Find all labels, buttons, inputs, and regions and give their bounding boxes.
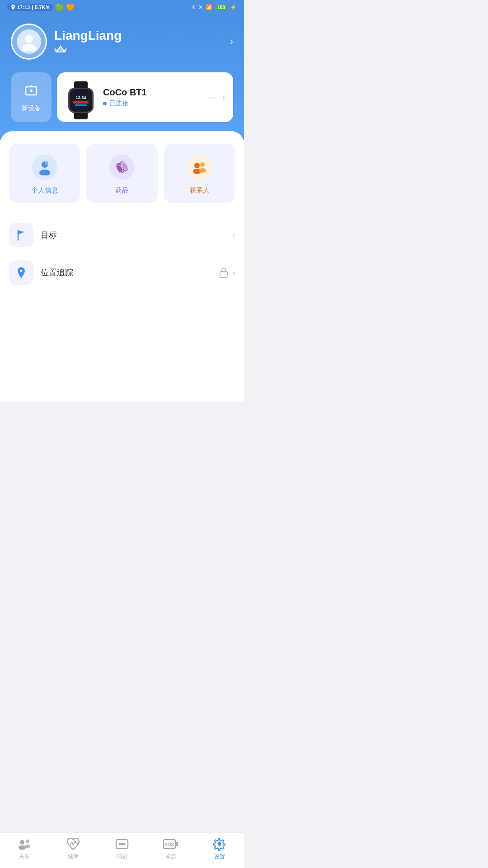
location-chevron: › <box>232 268 235 278</box>
x-icon: ✕ <box>198 4 203 10</box>
avatar[interactable] <box>11 24 47 60</box>
app-icon-1: 🟢 <box>55 3 64 12</box>
location-pin-icon <box>14 266 28 279</box>
person-icon <box>37 159 53 175</box>
menu-item-goal[interactable]: 目标 › <box>9 217 235 254</box>
goal-icon-wrap <box>9 223 33 247</box>
svg-point-19 <box>200 162 205 167</box>
location-label: 位置追踪 <box>41 267 211 278</box>
svg-point-0 <box>25 35 33 43</box>
svg-marker-4 <box>55 46 66 52</box>
contacts-label: 联系人 <box>189 186 210 195</box>
menu-item-location[interactable]: 位置追踪 › <box>9 254 235 291</box>
medicine-icon-wrap <box>109 155 135 180</box>
svg-point-10 <box>39 170 50 175</box>
device-connected-label: 已连接 <box>109 99 128 108</box>
new-device-button[interactable]: 新设备 <box>11 72 52 122</box>
crown-badge <box>54 45 223 55</box>
device-name: CoCo BT1 <box>103 87 202 98</box>
status-network-speed: 5.7K/s <box>35 5 49 10</box>
main-content: 个人信息 药品 <box>0 131 244 402</box>
add-icon <box>23 82 39 99</box>
new-device-label: 新设备 <box>22 104 41 113</box>
device-status: 已连接 <box>103 99 202 108</box>
header-section: LiangLiang › 新设备 <box>0 14 244 140</box>
svg-point-20 <box>199 168 206 173</box>
user-name: LiangLiang <box>54 28 223 43</box>
avatar-inner <box>17 29 41 54</box>
status-time: 17:13 <box>17 5 30 10</box>
contacts-icon <box>191 159 207 175</box>
user-info: LiangLiang <box>54 28 223 56</box>
status-pill: 17:13 | 5.7K/s <box>7 4 53 11</box>
svg-point-1 <box>22 44 36 51</box>
action-contacts[interactable]: 联系人 <box>164 144 235 203</box>
battery-indicator: 100 <box>215 5 227 10</box>
location-right: › <box>219 267 235 278</box>
device-row: 新设备 12:34 <box>11 72 233 122</box>
watch-image: 12:34 <box>65 81 97 113</box>
crown-icon <box>54 45 67 53</box>
device-info: CoCo BT1 已连接 <box>103 87 202 108</box>
device-card[interactable]: 12:34 CoCo BT1 已连接 — › <box>57 72 233 122</box>
device-chevron[interactable]: › <box>222 93 225 102</box>
status-right: ✳ ✕ 📶 100 ⚡ <box>191 4 237 10</box>
wifi-icon: 📶 <box>206 4 212 10</box>
medicine-icon <box>114 159 130 175</box>
menu-list: 目标 › 位置追踪 › <box>9 217 235 291</box>
personal-info-label: 个人信息 <box>31 186 58 195</box>
add-device-icon <box>23 82 39 102</box>
location-icon-wrap <box>9 260 33 285</box>
app-icon-2: 🧡 <box>66 3 75 12</box>
quick-actions: 个人信息 药品 <box>9 144 235 203</box>
goal-flag-icon <box>14 228 28 242</box>
goal-label: 目标 <box>41 230 225 241</box>
svg-rect-22 <box>220 272 227 278</box>
profile-chevron[interactable]: › <box>230 36 233 47</box>
lock-icon <box>219 267 229 278</box>
contacts-icon-wrap <box>187 155 212 180</box>
svg-point-11 <box>45 161 48 165</box>
status-speed: | <box>32 5 33 10</box>
svg-point-17 <box>194 163 200 168</box>
goal-right: › <box>232 231 235 240</box>
status-left: 17:13 | 5.7K/s 🟢 🧡 <box>7 3 75 12</box>
user-row[interactable]: LiangLiang › <box>11 24 233 60</box>
action-medicine[interactable]: 药品 <box>86 144 157 203</box>
goal-chevron: › <box>232 231 235 240</box>
action-personal-info[interactable]: 个人信息 <box>9 144 80 203</box>
charging-icon: ⚡ <box>230 4 237 10</box>
watch-time: 12:34 <box>75 95 86 100</box>
status-bar: 17:13 | 5.7K/s 🟢 🧡 ✳ ✕ 📶 100 ⚡ <box>0 0 244 14</box>
avatar-person-icon <box>19 32 38 51</box>
medicine-label: 药品 <box>115 186 129 195</box>
bluetooth-icon: ✳ <box>191 4 196 10</box>
device-dash: — <box>208 93 216 102</box>
location-icon <box>11 5 15 10</box>
personal-info-icon-wrap <box>32 155 57 180</box>
connected-dot <box>103 102 107 105</box>
